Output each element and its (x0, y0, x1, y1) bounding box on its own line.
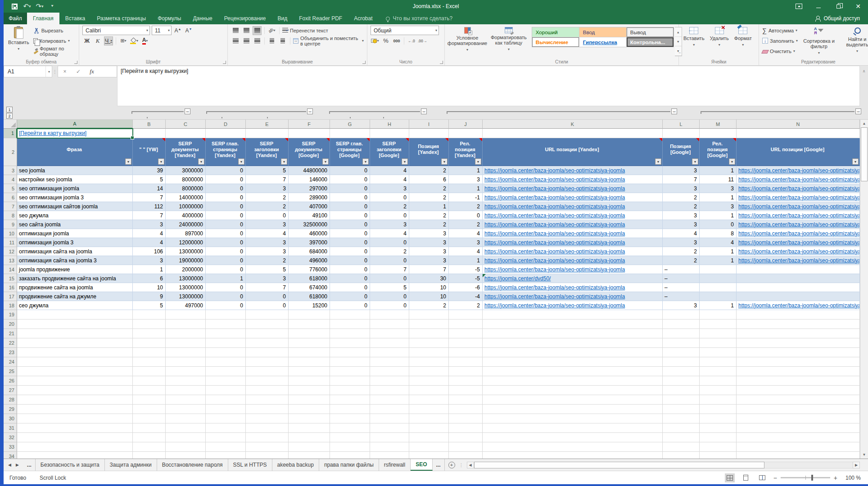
cell[interactable] (663, 367, 700, 376)
cell[interactable] (409, 310, 449, 320)
cell[interactable]: 397000 (289, 238, 330, 247)
cell[interactable] (370, 348, 409, 357)
clipboard-dialog-launcher[interactable] (74, 61, 77, 64)
customize-qat-button[interactable]: ⯆ (47, 1, 58, 11)
cell[interactable] (483, 329, 663, 338)
cell[interactable]: 3 (409, 256, 449, 265)
tab-file[interactable]: Файл (4, 13, 27, 24)
cell[interactable]: 0 (206, 166, 246, 175)
column-header-I[interactable]: I (409, 120, 449, 129)
cell[interactable]: 49100 (289, 211, 330, 220)
cell[interactable] (663, 348, 700, 357)
cell[interactable]: 8 (700, 229, 737, 238)
cell[interactable] (737, 265, 860, 274)
cell[interactable] (206, 395, 246, 405)
cell[interactable] (17, 320, 133, 329)
cell[interactable] (663, 414, 700, 423)
next-sheet-button[interactable]: ▶ (16, 463, 19, 467)
row-header-26[interactable]: 26 (4, 376, 17, 386)
cell[interactable] (483, 376, 663, 386)
cell[interactable] (330, 395, 370, 405)
zoom-slider[interactable] (781, 477, 830, 478)
cell[interactable]: 3 (663, 211, 700, 220)
table-header-M[interactable]: Рел. позиция [Google]▼ (700, 138, 737, 166)
cell[interactable]: 3 (246, 184, 289, 193)
cell[interactable] (370, 310, 409, 320)
row-header-34[interactable]: 34 (4, 452, 17, 459)
cell[interactable]: 897000 (166, 229, 206, 238)
cell[interactable] (663, 452, 700, 459)
outline-level-2-button[interactable]: 2 (6, 113, 13, 119)
cell[interactable]: 13000000 (166, 283, 206, 292)
cell[interactable] (289, 395, 330, 405)
column-header-L[interactable]: L (663, 120, 700, 129)
cell[interactable]: 3 (246, 220, 289, 229)
increase-indent-button[interactable] (278, 36, 287, 45)
row-header-2[interactable]: 2 (4, 138, 17, 166)
cell[interactable] (483, 405, 663, 414)
cell[interactable]: 0 (330, 292, 370, 301)
cell[interactable] (663, 129, 700, 138)
table-header-N[interactable]: URL позиции [Google]▼ (737, 138, 860, 166)
cell-style-1[interactable]: Хороший (532, 27, 579, 37)
cell[interactable]: 0 (206, 256, 246, 265)
cell[interactable] (17, 367, 133, 376)
row-header-6[interactable]: 6 (4, 193, 17, 202)
row-header-11[interactable]: 11 (4, 238, 17, 247)
column-header-C[interactable]: C (166, 120, 206, 129)
cell[interactable] (133, 414, 166, 423)
cell[interactable]: 0 (370, 238, 409, 247)
cell[interactable] (700, 405, 737, 414)
cell[interactable] (166, 414, 206, 423)
cell[interactable]: seo оптимизация joomla 3 (17, 193, 133, 202)
cell[interactable] (663, 310, 700, 320)
cell[interactable] (409, 329, 449, 338)
cell[interactable] (289, 348, 330, 357)
cell[interactable]: https://joomla.center/baza-joomla/seo-op… (483, 265, 663, 274)
table-header-C[interactable]: SERP документы [Yandex]▼ (166, 138, 206, 166)
cell[interactable] (483, 395, 663, 405)
cell[interactable]: 2 (409, 211, 449, 220)
percent-button[interactable]: % (381, 36, 390, 45)
zoom-slider-thumb[interactable] (811, 475, 813, 481)
column-header-G[interactable]: G (330, 120, 370, 129)
cell[interactable]: 1 (700, 211, 737, 220)
underline-button[interactable]: Ч ▾ (104, 36, 113, 45)
cell[interactable]: 7 (246, 283, 289, 292)
row-header-5[interactable]: 5 (4, 184, 17, 193)
align-top-button[interactable] (231, 26, 240, 35)
cell[interactable]: продвижение сайта на джумле (17, 292, 133, 301)
cell[interactable] (17, 310, 133, 320)
cell[interactable] (370, 129, 409, 138)
cell[interactable] (17, 348, 133, 357)
column-header-F[interactable]: F (289, 120, 330, 129)
cell[interactable]: 0 (330, 301, 370, 310)
cell[interactable] (17, 329, 133, 338)
cell[interactable] (330, 329, 370, 338)
cell[interactable]: 0 (370, 211, 409, 220)
cell[interactable] (449, 348, 483, 357)
cell[interactable] (133, 129, 166, 138)
column-header-N[interactable]: N (737, 120, 860, 129)
cell[interactable] (449, 367, 483, 376)
row-header-33[interactable]: 33 (4, 442, 17, 452)
cell[interactable]: 14000000 (166, 193, 206, 202)
table-header-D[interactable]: SERP глав. страницы [Yandex]▼ (206, 138, 246, 166)
cell[interactable]: seo джумла (17, 211, 133, 220)
cell[interactable] (206, 386, 246, 395)
cell[interactable] (133, 405, 166, 414)
cell[interactable]: 106 (133, 247, 166, 256)
cell[interactable]: https://joomla.center/baza-joomla/seo-op… (737, 193, 860, 202)
decrease-decimal-button[interactable]: .00→ (418, 36, 427, 45)
cell[interactable] (483, 357, 663, 367)
cell[interactable] (737, 423, 860, 433)
filter-dropdown-icon[interactable]: ▼ (281, 158, 287, 165)
cell[interactable] (663, 442, 700, 452)
cell[interactable]: 0 (330, 184, 370, 193)
cell[interactable] (133, 357, 166, 367)
prev-sheet-button[interactable]: ◀ (8, 463, 11, 467)
scroll-down-icon[interactable]: ▼ (860, 451, 868, 459)
font-color-button[interactable]: А▾ (140, 36, 149, 45)
cell[interactable]: 10 (409, 283, 449, 292)
collapse-group-button[interactable]: – (185, 108, 190, 114)
